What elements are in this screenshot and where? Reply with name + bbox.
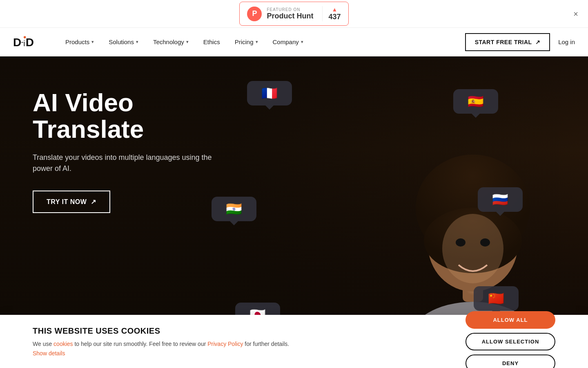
hero-title: AI Video Translate	[33, 89, 212, 142]
cookies-link[interactable]: cookies	[53, 341, 73, 347]
nav-products-chevron: ▾	[91, 39, 94, 45]
product-hunt-banner: P FEATURED ON Product Hunt ▲ 437 ×	[0, 0, 588, 28]
hero-content: AI Video Translate Translate your videos…	[0, 56, 245, 246]
flag-bubble-china: 🇨🇳	[474, 286, 519, 311]
cookie-title: THIS WEBSITE USES COOKIES	[33, 326, 289, 336]
nav-pricing-chevron: ▾	[256, 39, 258, 45]
nav-solutions-label: Solutions	[109, 38, 134, 45]
trial-button-label: START FREE TRIAL	[475, 39, 532, 45]
svg-text:D: D	[13, 36, 21, 48]
hero-description: Translate your videos into multiple lang…	[33, 152, 212, 174]
french-flag-icon: 🇫🇷	[261, 87, 278, 100]
ph-number: 437	[328, 13, 341, 21]
flag-bubble-russia: 🇷🇺	[478, 187, 523, 212]
allow-selection-button[interactable]: ALLOW SELECTION	[466, 333, 555, 350]
navbar: D - i D Products ▾ Solutions ▾ Technolog…	[0, 28, 588, 56]
ph-arrow-icon: ▲	[332, 6, 338, 13]
trial-button-icon: ↗	[535, 39, 541, 45]
try-now-icon: ↗	[91, 198, 96, 206]
svg-text:D: D	[26, 36, 34, 48]
ph-logo-icon: P	[247, 7, 262, 21]
flag-bubble-french: 🇫🇷	[247, 81, 292, 105]
nav-ethics-label: Ethics	[203, 38, 220, 45]
nav-pricing-label: Pricing	[235, 38, 254, 45]
try-now-label: TRY IT NOW	[47, 198, 87, 206]
allow-all-button[interactable]: ALLOW ALL	[466, 311, 555, 329]
nav-technology-chevron: ▾	[186, 39, 189, 45]
cookie-description: We use cookies to help our site run smoo…	[33, 340, 289, 348]
show-details-link[interactable]: Show details	[33, 350, 289, 357]
spanish-flag-icon: 🇪🇸	[468, 95, 484, 108]
nav-item-solutions[interactable]: Solutions ▾	[101, 28, 146, 56]
cookie-banner: THIS WEBSITE USES COOKIES We use cookies…	[0, 315, 588, 368]
russia-flag-icon: 🇷🇺	[492, 193, 508, 206]
svg-point-12	[480, 238, 490, 247]
nav-item-company[interactable]: Company ▾	[265, 28, 311, 56]
svg-point-11	[456, 238, 466, 247]
nav-products-label: Products	[65, 38, 89, 45]
nav-item-technology[interactable]: Technology ▾	[146, 28, 196, 56]
flag-bubble-spanish: 🇪🇸	[453, 89, 498, 114]
nav-company-chevron: ▾	[301, 39, 303, 45]
nav-actions: START FREE TRIAL ↗ Log in	[465, 33, 575, 51]
nav-item-ethics[interactable]: Ethics	[196, 28, 227, 56]
ph-badge[interactable]: P FEATURED ON Product Hunt ▲ 437	[239, 2, 348, 26]
svg-point-10	[442, 214, 503, 283]
cookie-desc-mid: to help our site run smoothly. Feel free…	[73, 341, 208, 347]
cookie-content: THIS WEBSITE USES COOKIES We use cookies…	[33, 326, 289, 357]
ph-text: FEATURED ON Product Hunt	[267, 7, 313, 20]
nav-company-label: Company	[273, 38, 299, 45]
ph-product-name: Product Hunt	[267, 12, 313, 20]
ph-vote-count: ▲ 437	[322, 6, 341, 21]
banner-close-button[interactable]: ×	[573, 9, 578, 18]
nav-item-products[interactable]: Products ▾	[58, 28, 101, 56]
start-trial-button[interactable]: START FREE TRIAL ↗	[465, 33, 550, 51]
cookie-actions: ALLOW ALL ALLOW SELECTION DENY	[466, 311, 555, 368]
svg-text:i: i	[23, 38, 25, 47]
login-button[interactable]: Log in	[558, 38, 575, 45]
nav-technology-label: Technology	[153, 38, 184, 45]
cookie-desc-start: We use	[33, 341, 53, 347]
ph-featured-label: FEATURED ON	[267, 7, 313, 12]
privacy-policy-link[interactable]: Privacy Policy	[207, 341, 243, 347]
nav-solutions-chevron: ▾	[136, 39, 138, 45]
try-now-button[interactable]: TRY IT NOW ↗	[33, 191, 110, 213]
deny-button[interactable]: DENY	[466, 355, 555, 368]
logo[interactable]: D - i D	[13, 33, 42, 51]
china-flag-icon: 🇨🇳	[488, 292, 504, 305]
nav-item-pricing[interactable]: Pricing ▾	[227, 28, 265, 56]
cookie-desc-end: for further details.	[243, 341, 289, 347]
nav-links: Products ▾ Solutions ▾ Technology ▾ Ethi…	[58, 28, 465, 56]
